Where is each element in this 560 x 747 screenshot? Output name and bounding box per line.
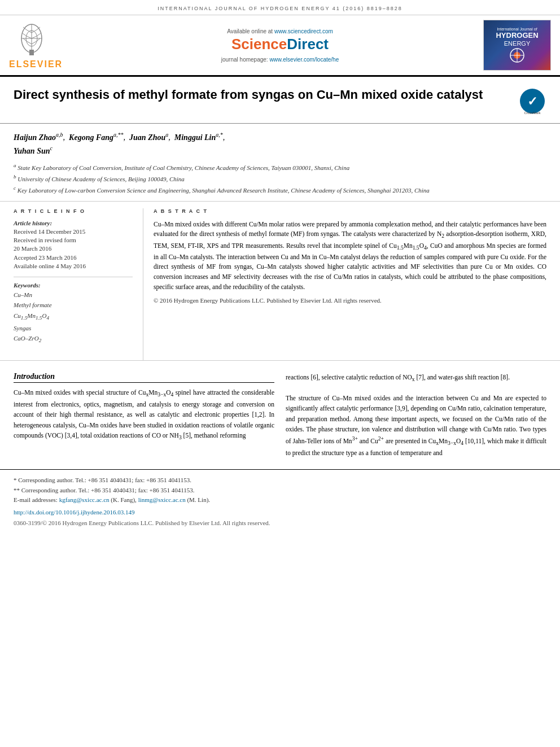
- right-paragraph-2: The structure of Cu–Mn mixed oxides and …: [286, 393, 546, 458]
- logo-decoration-icon: [509, 47, 526, 64]
- sd-science: Science: [231, 36, 287, 53]
- author-juan: Juan Zhou: [129, 133, 165, 142]
- author-haijun-super: a,b: [56, 132, 63, 138]
- elsevier-text: ELSEVIER: [9, 59, 77, 69]
- author-minggui-super: a,*: [216, 132, 223, 138]
- journal-homepage-url[interactable]: www.elsevier.com/locate/he: [269, 56, 339, 63]
- introduction-heading: Introduction: [14, 372, 274, 383]
- copyright-line: © 2016 Hydrogen Energy Publications LLC.…: [154, 297, 546, 304]
- abstract-label: A B S T R A C T: [154, 208, 546, 214]
- email-kgfang[interactable]: kgfang@sxicc.ac.cn: [59, 496, 110, 503]
- right-paragraph-1: reactions [6], selective catalytic reduc…: [286, 372, 546, 384]
- keywords-group: Keywords: Cu–Mn Methyl formate Cu1.5Mn1.…: [14, 282, 133, 346]
- content-columns: A R T I C L E I N F O Article history: R…: [0, 208, 560, 361]
- crossmark-icon[interactable]: ✓ CrossMark: [518, 87, 546, 115]
- accepted-date: Accepted 23 March 2016: [14, 254, 133, 262]
- abstract-text: Cu–Mn mixed oxides with different Cu/Mn …: [154, 220, 546, 292]
- author-yuhan-super: c: [50, 145, 52, 151]
- affil-a: a State Key Laboratory of Coal Conversio…: [14, 162, 546, 172]
- svg-text:CrossMark: CrossMark: [524, 111, 541, 115]
- author-juan-super: a: [165, 132, 168, 138]
- affil-b: b University of Chinese Academy of Scien…: [14, 173, 546, 184]
- available-date: Available online 4 May 2016: [14, 262, 133, 270]
- authors-line: Haijun Zhaoa,b, Kegong Fanga,**, Juan Zh…: [14, 130, 546, 158]
- divider: [14, 277, 133, 277]
- keywords-label: Keywords:: [14, 282, 133, 289]
- license-line: 0360-3199/© 2016 Hydrogen Energy Publica…: [14, 518, 546, 528]
- article-title-section: Direct synthesis of methyl formate from …: [0, 77, 560, 124]
- author-haijun: Haijun Zhao: [14, 133, 56, 142]
- sciencedirect-logo: ScienceDirect: [77, 36, 483, 53]
- footnote-emails: E-mail addresses: kgfang@sxicc.ac.cn (K.…: [14, 495, 546, 505]
- revised-date: 20 March 2016: [14, 244, 133, 253]
- intro-paragraph: Cu–Mn mixed oxides with special structur…: [14, 387, 274, 442]
- sd-direct: Direct: [287, 36, 329, 53]
- affiliations: a State Key Laboratory of Coal Conversio…: [14, 162, 546, 195]
- article-info-label: A R T I C L E I N F O: [14, 208, 133, 214]
- footnote-corresponding1: * Corresponding author. Tel.: +86 351 40…: [14, 475, 546, 486]
- footnote-corresponding2: ** Corresponding author. Tel.: +86 351 4…: [14, 486, 546, 496]
- article-info: A R T I C L E I N F O Article history: R…: [14, 208, 143, 361]
- center-block: Available online at www.sciencedirect.co…: [77, 28, 483, 63]
- right-logo-hydrogen: HYDROGEN: [496, 32, 538, 40]
- footnotes-section: * Corresponding author. Tel.: +86 351 40…: [0, 469, 560, 533]
- elsevier-logo: ELSEVIER: [9, 21, 77, 69]
- journal-homepage: journal homepage: www.elsevier.com/locat…: [77, 56, 483, 63]
- email-linmg[interactable]: linmg@sxicc.ac.cn: [138, 496, 186, 503]
- available-online: Available online at www.sciencedirect.co…: [77, 28, 483, 34]
- main-body: Introduction Cu–Mn mixed oxides with spe…: [0, 361, 560, 469]
- author-kegong: Kegong Fang: [69, 133, 113, 142]
- journal-top-header: INTERNATIONAL JOURNAL OF HYDROGEN ENERGY…: [0, 0, 560, 15]
- article-history-group: Article history: Received 14 December 20…: [14, 220, 133, 271]
- journal-title-top: INTERNATIONAL JOURNAL OF HYDROGEN ENERGY…: [158, 6, 403, 11]
- article-history-label: Article history:: [14, 220, 133, 226]
- hydrogen-energy-logo: International Journal of HYDROGEN ENERGY: [483, 20, 551, 71]
- revised-label: Received in revised form: [14, 236, 133, 244]
- keywords-list: Cu–Mn Methyl formate Cu1.5Mn1.5O4 Syngas…: [14, 290, 133, 346]
- left-column: Introduction Cu–Mn mixed oxides with spe…: [14, 372, 274, 458]
- right-logo-energy: ENERGY: [504, 40, 530, 47]
- received-date: Received 14 December 2015: [14, 228, 133, 236]
- doi-link[interactable]: http://dx.doi.org/10.1016/j.ijhydene.201…: [14, 508, 546, 518]
- abstract-section: A B S T R A C T Cu–Mn mixed oxides with …: [143, 208, 546, 361]
- authors-section: Haijun Zhaoa,b, Kegong Fanga,**, Juan Zh…: [0, 124, 560, 202]
- sciencedirect-url[interactable]: www.sciencedirect.com: [274, 28, 333, 34]
- author-kegong-super: a,**: [113, 132, 124, 138]
- right-column: reactions [6], selective catalytic reduc…: [286, 372, 546, 458]
- article-main-title: Direct synthesis of methyl formate from …: [14, 87, 518, 103]
- svg-text:✓: ✓: [527, 94, 537, 108]
- logos-banner: ELSEVIER Available online at www.science…: [0, 15, 560, 77]
- author-minggui: Minggui Lin: [174, 133, 216, 142]
- elsevier-tree-icon: [9, 21, 54, 58]
- affil-c: c Key Laboratory of Low-carbon Conversio…: [14, 185, 546, 195]
- author-yuhan: Yuhan Sun: [14, 147, 50, 155]
